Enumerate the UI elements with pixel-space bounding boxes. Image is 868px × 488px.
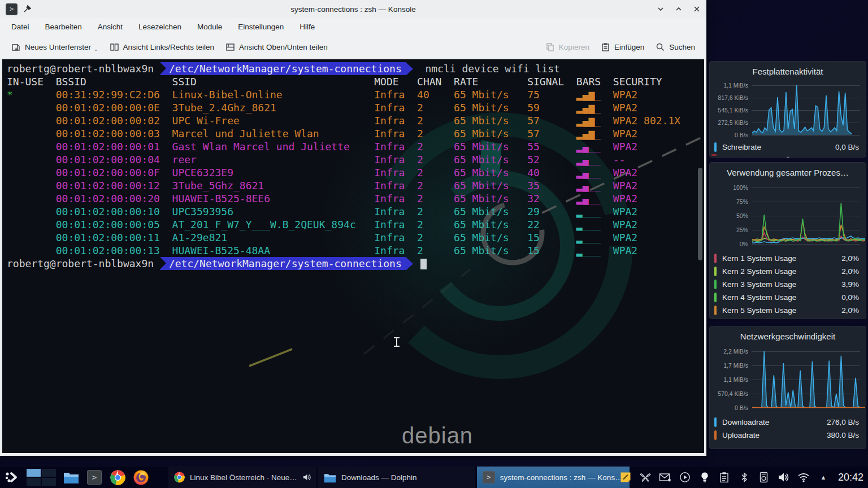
desktop-3[interactable]	[27, 478, 41, 486]
sticky-note-tray-icon[interactable]	[619, 471, 632, 483]
menu-einstellungen[interactable]: Einstellungen	[230, 23, 292, 31]
menu-lesezeichen[interactable]: Lesezeichen	[131, 23, 189, 31]
bluetooth-tray-icon[interactable]	[738, 471, 750, 483]
net-legend-row[interactable]: Downloadrate 276,0 B/s	[710, 416, 866, 429]
menu-ansicht[interactable]: Ansicht	[90, 23, 131, 31]
clipboard-tray-icon[interactable]	[718, 471, 731, 483]
app-launcher-button[interactable]	[3, 469, 19, 485]
split-left-right-button[interactable]: Ansicht Links/Rechts teilen	[104, 39, 220, 55]
device-notifier-tray-icon[interactable]	[758, 471, 770, 483]
minimize-button[interactable]	[657, 5, 665, 13]
kern5-label: Kern 5 System Usage	[722, 306, 796, 315]
network-chart-area: 2,2 MiB/s 1,7 MiB/s 1,1 MiB/s 570,4 KiB/…	[715, 347, 860, 413]
kern3-marker	[714, 280, 717, 289]
volume-tray-icon[interactable]	[778, 471, 790, 483]
titlebar[interactable]: > system-connections : zsh — Konsole	[0, 0, 706, 18]
new-tab-button[interactable]: Neues Unterfenster ⌄	[6, 39, 104, 55]
split-top-bottom-button[interactable]: Ansicht Oben/Unten teilen	[220, 39, 333, 55]
paste-icon	[601, 42, 610, 52]
prompt-user: robertg@robert-nblbwax9n	[7, 258, 154, 269]
lightbulb-tray-icon[interactable]	[698, 471, 711, 483]
schreibrate-value: 0,0 B/s	[835, 143, 859, 151]
split-rows-icon	[225, 42, 235, 52]
kern2-value: 2,0%	[841, 267, 859, 276]
upload-label: Uploadrate	[722, 431, 760, 439]
paste-button[interactable]: Einfügen	[595, 39, 650, 55]
copy-button[interactable]: Kopieren	[540, 39, 595, 55]
chrome-launcher[interactable]	[110, 469, 125, 485]
disk-tick: 1,1 MiB/s	[715, 82, 748, 89]
command-text: nmcli device wifi list	[413, 63, 560, 75]
taskbar: >	[0, 467, 868, 488]
chevron-down-icon[interactable]: ⌄	[710, 154, 866, 158]
task-chrome[interactable]: Linux Bibel Österreich - Neues …	[168, 467, 316, 488]
task-label: Downloads — Dolphin	[341, 473, 417, 482]
kern4-label: Kern 4 System Usage	[722, 293, 796, 302]
cpu-legend-row[interactable]: Kern 5 System Usage 2,0%	[710, 304, 866, 317]
cpu-tick: 50%	[715, 212, 748, 219]
prompt-user: robertg@robert-nblbwax9n	[7, 63, 154, 75]
desktop-4[interactable]	[42, 478, 56, 486]
search-icon	[656, 42, 665, 52]
cpu-legend-row[interactable]: Kern 1 System Usage 2,0%	[710, 252, 866, 265]
clock[interactable]: 20:42	[837, 472, 866, 483]
wifi-row: 00:01:02:00:00:0E 3Tube_2.4Ghz_8621 Infr…	[7, 102, 637, 114]
menu-bearbeiten[interactable]: Bearbeiten	[37, 23, 90, 31]
kern1-label: Kern 1 System Usage	[722, 254, 796, 263]
wings-tray-icon[interactable]	[639, 471, 652, 483]
kern1-marker	[714, 254, 717, 263]
maximize-button[interactable]	[675, 5, 683, 13]
powerline-arrow-icon	[406, 63, 413, 75]
desktop-2[interactable]	[42, 469, 56, 477]
disk-legend-row[interactable]: Schreibrate 0,0 B/s	[710, 141, 866, 154]
menu-datei[interactable]: Datei	[3, 23, 37, 31]
konsole-window: > system-connections : zsh — Konsole Dat…	[0, 0, 706, 456]
wifi-row: 00:01:02:00:00:10 UPC3593956 Infra 2 65 …	[7, 206, 637, 217]
task-konsole-active[interactable]: > system-connections : zsh — Konsole	[477, 467, 630, 488]
mouse-ibeam-cursor	[393, 337, 400, 347]
upload-value: 380.0 B/s	[827, 431, 859, 439]
konsole-icon: >	[87, 470, 102, 485]
cpu-legend-row[interactable]: Kern 2 System Usage 2,0%	[710, 265, 866, 278]
mail-tray-icon[interactable]	[659, 471, 671, 483]
media-player-tray-icon[interactable]	[679, 471, 691, 483]
tray-expand-arrow[interactable]: ▲	[817, 471, 830, 483]
net-tick: 1,7 MiB/s	[715, 362, 748, 369]
task-dolphin[interactable]: Downloads — Dolphin	[318, 467, 475, 488]
chrome-icon	[110, 470, 125, 485]
search-label: Suchen	[669, 43, 695, 51]
split-tb-label: Ansicht Oben/Unten teilen	[239, 43, 328, 51]
folder-icon	[324, 472, 336, 483]
search-button[interactable]: Suchen	[650, 39, 701, 55]
wifi-row: 00:01:02:00:00:02 UPC Wi-Free Infra 2 65…	[7, 115, 680, 127]
cpu-widget-title: Verwendung gesamter Prozes…	[710, 163, 866, 177]
download-value: 276,0 B/s	[827, 418, 859, 426]
terminal-line: robertg@robert-nblbwax9n /etc/NetworkMan…	[7, 258, 413, 269]
cpu-tick: 100%	[715, 184, 748, 191]
close-button[interactable]	[693, 5, 701, 13]
cpu-legend-row[interactable]: Kern 4 System Usage 0,0%	[710, 291, 866, 304]
toolbar: Neues Unterfenster ⌄ Ansicht Links/Recht…	[0, 35, 706, 59]
menu-module[interactable]: Module	[189, 23, 230, 31]
audio-playing-icon[interactable]	[302, 473, 311, 482]
menu-hilfe[interactable]: Hilfe	[292, 23, 323, 31]
terminal-scrollbar[interactable]	[698, 168, 702, 260]
terminal-view[interactable]: robertg@robert-nblbwax9n /etc/NetworkMan…	[2, 59, 704, 453]
prompt-path: /etc/NetworkManager/system-connections	[160, 257, 406, 270]
new-tab-label: Neues Unterfenster	[25, 43, 91, 51]
wifi-row: 00:01:02:00:00:04 reer Infra 2 65 Mbit/s…	[7, 154, 626, 165]
wifi-row: 00:01:02:00:00:0F UPCE6323E9 Infra 2 65 …	[7, 167, 637, 178]
wifi-tray-icon[interactable]	[797, 471, 810, 483]
disk-tick: 0 B/s	[715, 132, 748, 138]
dolphin-launcher[interactable]	[63, 469, 79, 485]
desktop-1-active[interactable]	[27, 469, 41, 477]
net-tick: 1,1 MiB/s	[715, 376, 748, 383]
wifi-row: 00:01:02:00:00:05 AT_201_F_W7_Y___W.B_2Q…	[7, 219, 637, 230]
virtual-desktop-pager[interactable]	[27, 469, 56, 486]
firefox-launcher[interactable]	[133, 469, 149, 485]
task-label: system-connections : zsh — Konsole	[500, 473, 624, 482]
schreibrate-label: Schreibrate	[722, 143, 761, 151]
konsole-launcher[interactable]: >	[86, 469, 102, 485]
net-legend-row[interactable]: Uploadrate 380.0 B/s	[710, 429, 866, 442]
cpu-legend-row[interactable]: Kern 3 System Usage 3,9%	[710, 278, 866, 291]
